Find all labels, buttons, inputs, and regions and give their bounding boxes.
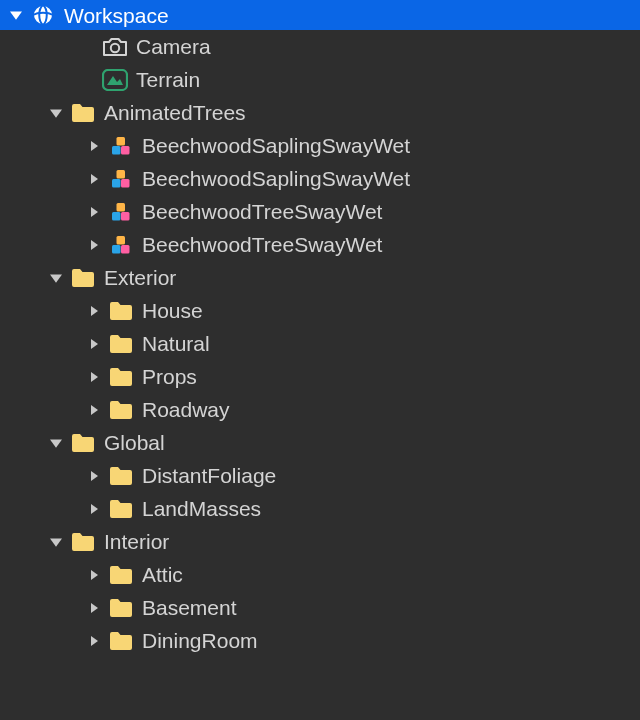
tree-item[interactable]: House xyxy=(0,294,640,327)
folder-icon xyxy=(108,496,134,522)
svg-rect-14 xyxy=(117,236,126,245)
tree-item[interactable]: BeechwoodSaplingSwayWet xyxy=(0,162,640,195)
svg-rect-4 xyxy=(112,146,121,155)
svg-rect-5 xyxy=(117,137,126,146)
tree-item-label: Terrain xyxy=(136,69,200,90)
tree-item[interactable]: LandMasses xyxy=(0,492,640,525)
tree-item-label: AnimatedTrees xyxy=(104,102,246,123)
folder-icon xyxy=(70,100,96,126)
tree-item-label: Natural xyxy=(142,333,210,354)
tree-item-label: Global xyxy=(104,432,165,453)
folder-icon xyxy=(108,562,134,588)
tree-item[interactable]: BeechwoodTreeSwayWet xyxy=(0,195,640,228)
chevron-right-icon[interactable] xyxy=(86,204,102,220)
svg-rect-7 xyxy=(112,179,121,188)
tree-item-label: Attic xyxy=(142,564,183,585)
tree-item[interactable]: Basement xyxy=(0,591,640,624)
tree-item[interactable]: BeechwoodSaplingSwayWet xyxy=(0,129,640,162)
svg-rect-15 xyxy=(121,245,130,254)
tree-item-label: House xyxy=(142,300,203,321)
tree-item-label: Camera xyxy=(136,36,211,57)
svg-point-2 xyxy=(111,43,119,51)
tree-item-label: BeechwoodTreeSwayWet xyxy=(142,234,382,255)
tree-item[interactable]: DiningRoom xyxy=(0,624,640,657)
chevron-right-icon[interactable] xyxy=(86,600,102,616)
model-icon xyxy=(108,133,134,159)
tree-item[interactable]: DistantFoliage xyxy=(0,459,640,492)
folder-icon xyxy=(108,595,134,621)
tree-item-label: Exterior xyxy=(104,267,176,288)
tree-item[interactable]: Exterior xyxy=(0,261,640,294)
tree-item-label: Basement xyxy=(142,597,237,618)
chevron-down-icon[interactable] xyxy=(48,105,64,121)
chevron-down-icon[interactable] xyxy=(48,435,64,451)
chevron-down-icon[interactable] xyxy=(8,7,24,23)
folder-icon xyxy=(108,331,134,357)
tree-item[interactable]: Roadway xyxy=(0,393,640,426)
tree-item[interactable]: Camera xyxy=(0,30,640,63)
chevron-down-icon[interactable] xyxy=(48,270,64,286)
tree-item-label: BeechwoodTreeSwayWet xyxy=(142,201,382,222)
svg-rect-8 xyxy=(117,170,126,179)
tree-item-label: Roadway xyxy=(142,399,230,420)
tree-item-workspace[interactable]: Workspace xyxy=(0,0,640,30)
tree-item[interactable]: Natural xyxy=(0,327,640,360)
tree-item[interactable]: AnimatedTrees xyxy=(0,96,640,129)
folder-icon xyxy=(108,298,134,324)
tree-item-label: Props xyxy=(142,366,197,387)
tree-item[interactable]: Global xyxy=(0,426,640,459)
svg-rect-11 xyxy=(117,203,126,212)
svg-rect-12 xyxy=(121,212,130,221)
model-icon xyxy=(108,199,134,225)
tree-item[interactable]: BeechwoodTreeSwayWet xyxy=(0,228,640,261)
model-icon xyxy=(108,166,134,192)
chevron-right-icon[interactable] xyxy=(86,567,102,583)
camera-icon xyxy=(102,34,128,60)
chevron-right-icon[interactable] xyxy=(86,402,102,418)
svg-rect-6 xyxy=(121,146,130,155)
folder-icon xyxy=(108,364,134,390)
terrain-icon xyxy=(102,67,128,93)
tree-item-label: DiningRoom xyxy=(142,630,258,651)
folder-icon xyxy=(70,265,96,291)
tree-item[interactable]: Interior xyxy=(0,525,640,558)
chevron-right-icon[interactable] xyxy=(86,633,102,649)
workspace-icon xyxy=(30,2,56,28)
chevron-right-icon[interactable] xyxy=(86,468,102,484)
chevron-right-icon[interactable] xyxy=(86,303,102,319)
chevron-right-icon[interactable] xyxy=(86,171,102,187)
tree-item-label: LandMasses xyxy=(142,498,261,519)
folder-icon xyxy=(108,628,134,654)
tree-item-label: BeechwoodSaplingSwayWet xyxy=(142,168,410,189)
tree-item-label: Workspace xyxy=(64,5,169,26)
chevron-down-icon[interactable] xyxy=(48,534,64,550)
svg-rect-10 xyxy=(112,212,121,221)
tree-item-label: BeechwoodSaplingSwayWet xyxy=(142,135,410,156)
tree-item-label: Interior xyxy=(104,531,169,552)
folder-icon xyxy=(70,529,96,555)
tree-item[interactable]: Attic xyxy=(0,558,640,591)
tree-item[interactable]: Props xyxy=(0,360,640,393)
chevron-right-icon[interactable] xyxy=(86,369,102,385)
tree-item[interactable]: Terrain xyxy=(0,63,640,96)
chevron-right-icon[interactable] xyxy=(86,237,102,253)
folder-icon xyxy=(108,463,134,489)
chevron-right-icon[interactable] xyxy=(86,336,102,352)
chevron-right-icon[interactable] xyxy=(86,501,102,517)
chevron-right-icon[interactable] xyxy=(86,138,102,154)
model-icon xyxy=(108,232,134,258)
svg-rect-9 xyxy=(121,179,130,188)
folder-icon xyxy=(70,430,96,456)
folder-icon xyxy=(108,397,134,423)
svg-rect-13 xyxy=(112,245,121,254)
tree-item-label: DistantFoliage xyxy=(142,465,276,486)
